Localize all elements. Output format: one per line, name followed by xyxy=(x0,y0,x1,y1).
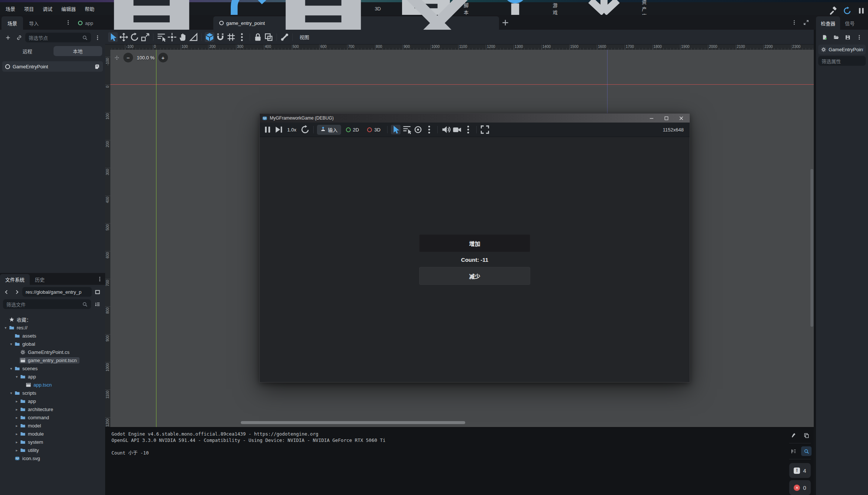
minimize-button[interactable] xyxy=(645,114,658,122)
pause-button[interactable] xyxy=(263,125,272,134)
suspend-target-button[interactable] xyxy=(413,125,423,134)
menu-1[interactable]: 项目 xyxy=(21,4,37,14)
badge-errors[interactable]: ✕0 xyxy=(789,480,811,495)
chevron-right-icon[interactable]: ▸ xyxy=(14,448,19,452)
menu-dots-button[interactable] xyxy=(424,125,434,134)
filter-nodes-input[interactable]: 筛选节点 xyxy=(25,33,91,42)
fs-dock-menu-icon[interactable] xyxy=(95,275,104,283)
next-frame-button[interactable] xyxy=(274,125,284,134)
inspector-tab-信号[interactable]: 信号 xyxy=(840,16,859,30)
fs-tree-row[interactable]: ▾global xyxy=(1,340,104,348)
scene-tree-root-node[interactable]: GameEntryPoint xyxy=(2,61,103,72)
chevron-down-icon[interactable]: ▾ xyxy=(14,375,19,379)
fs-tree-row[interactable]: ▾scenes xyxy=(1,364,104,372)
new-scene-tab-button[interactable] xyxy=(501,19,509,27)
filter-files-input[interactable]: 筛选文件 xyxy=(3,299,91,309)
chevron-down-icon[interactable]: ▾ xyxy=(3,326,8,330)
current-path-field[interactable]: res://global/game_entry_p xyxy=(22,287,92,297)
collapse-duplicates-button[interactable] xyxy=(788,446,798,456)
camera-override-3D-button[interactable]: 3D xyxy=(364,125,384,135)
chevron-down-icon[interactable]: ▾ xyxy=(9,391,14,395)
restart-icon[interactable] xyxy=(843,6,852,15)
measure-ruler-button[interactable] xyxy=(189,32,198,42)
maximize-button[interactable] xyxy=(660,114,673,122)
nav-back-button[interactable] xyxy=(1,287,11,297)
playback-speed-label[interactable]: 1.0x xyxy=(285,127,299,133)
inspector-tab-检查器[interactable]: 检查器 xyxy=(816,16,840,30)
dock-tab-场景[interactable]: 场景 xyxy=(1,16,23,30)
list-select-button[interactable] xyxy=(156,32,166,42)
scene-tab-game_entry_point[interactable]: game_entry_point xyxy=(213,16,499,30)
fs-tree-row[interactable]: ▸architecture xyxy=(1,405,104,413)
replay-button[interactable] xyxy=(300,125,310,134)
menu-0[interactable]: 场景 xyxy=(2,4,19,14)
fs-tree-row[interactable]: ▸system xyxy=(1,438,104,446)
group-button[interactable] xyxy=(264,32,273,42)
clear-output-button[interactable] xyxy=(789,430,799,440)
fs-tree-row[interactable]: ▸module xyxy=(1,430,104,438)
view-menu-button[interactable]: 视图 xyxy=(296,33,313,40)
decrease-button[interactable]: 减少 xyxy=(419,267,530,285)
lock-button[interactable] xyxy=(253,32,263,42)
chevron-down-icon[interactable]: ▾ xyxy=(9,342,14,346)
menu-dots-button[interactable] xyxy=(463,125,473,134)
dock-tab-导入[interactable]: 导入 xyxy=(23,16,45,30)
sort-files-button[interactable] xyxy=(93,299,102,309)
cursor-select-button[interactable] xyxy=(391,125,401,134)
dock-menu-icon[interactable] xyxy=(64,18,72,26)
grid-snap-button[interactable] xyxy=(226,32,236,42)
cursor-select-button[interactable] xyxy=(108,32,118,42)
copy-output-button[interactable] xyxy=(801,430,811,440)
menu-2[interactable]: 调试 xyxy=(39,4,56,14)
remote-tab[interactable]: 远程 xyxy=(3,46,52,56)
fs-tree-row[interactable]: assets xyxy=(1,332,104,340)
chevron-right-icon[interactable]: ▸ xyxy=(14,440,19,444)
nav-forward-button[interactable] xyxy=(12,287,22,297)
save-resource-button[interactable] xyxy=(843,32,853,42)
vertical-scrollbar[interactable] xyxy=(810,169,813,327)
search-output-button[interactable] xyxy=(801,446,812,456)
fs-tree-row[interactable]: ▸command xyxy=(1,413,104,421)
close-button[interactable] xyxy=(675,114,687,122)
edited-object-row[interactable]: GameEntryPoint xyxy=(818,45,866,55)
snap-magnet-button[interactable] xyxy=(216,32,225,42)
chevron-right-icon[interactable]: ▸ xyxy=(14,407,19,411)
camera-override-button[interactable] xyxy=(452,125,462,134)
fs-tree-row[interactable]: ▾scripts xyxy=(1,389,104,397)
fullscreen-button[interactable] xyxy=(480,125,490,134)
local-tab[interactable]: 本地 xyxy=(54,46,103,56)
menu-3[interactable]: 编辑器 xyxy=(58,4,79,14)
load-resource-button[interactable] xyxy=(831,32,841,42)
horizontal-scrollbar[interactable] xyxy=(241,421,465,424)
scene-tabs-menu-icon[interactable] xyxy=(790,18,798,26)
fs-tree-row[interactable]: 收藏： xyxy=(1,315,104,323)
toggle-split-mode-button[interactable] xyxy=(93,287,102,297)
input-mode-button[interactable]: 输入 xyxy=(317,125,341,135)
pause-icon[interactable] xyxy=(857,6,866,15)
inspector-menu-button[interactable] xyxy=(855,32,864,42)
badge-messages[interactable]: !4 xyxy=(789,463,811,478)
instance-scene-button[interactable] xyxy=(14,33,24,42)
menu-4[interactable]: 帮助 xyxy=(81,4,98,14)
move-button[interactable] xyxy=(119,32,129,42)
chevron-right-icon[interactable]: ▸ xyxy=(14,399,19,403)
fs-tree-row[interactable]: ▸utility xyxy=(1,446,104,454)
fs-tree-row[interactable]: ▸model xyxy=(1,421,104,430)
filter-properties-input[interactable]: 筛选属性 xyxy=(818,56,866,66)
scene-tab-app[interactable]: app xyxy=(72,16,213,30)
bone-button[interactable] xyxy=(280,32,289,42)
customize-run-icon[interactable] xyxy=(829,6,838,15)
distraction-free-icon[interactable] xyxy=(802,18,810,26)
zoom-out-button[interactable]: − xyxy=(123,53,133,62)
fs-tab-历史[interactable]: 历史 xyxy=(30,274,50,285)
speaker-button[interactable] xyxy=(441,125,451,134)
fs-tree-row[interactable]: ▾app xyxy=(1,372,104,381)
center-view-icon[interactable] xyxy=(114,55,120,61)
scale-button[interactable] xyxy=(140,32,150,42)
add-node-button[interactable] xyxy=(3,33,13,42)
camera-override-2D-button[interactable]: 2D xyxy=(343,125,363,135)
chevron-right-icon[interactable]: ▸ xyxy=(14,432,19,436)
chevron-right-icon[interactable]: ▸ xyxy=(14,424,19,428)
zoom-level[interactable]: 100.0 % xyxy=(137,55,155,61)
fs-tree-row[interactable]: ▾res:// xyxy=(1,323,104,332)
